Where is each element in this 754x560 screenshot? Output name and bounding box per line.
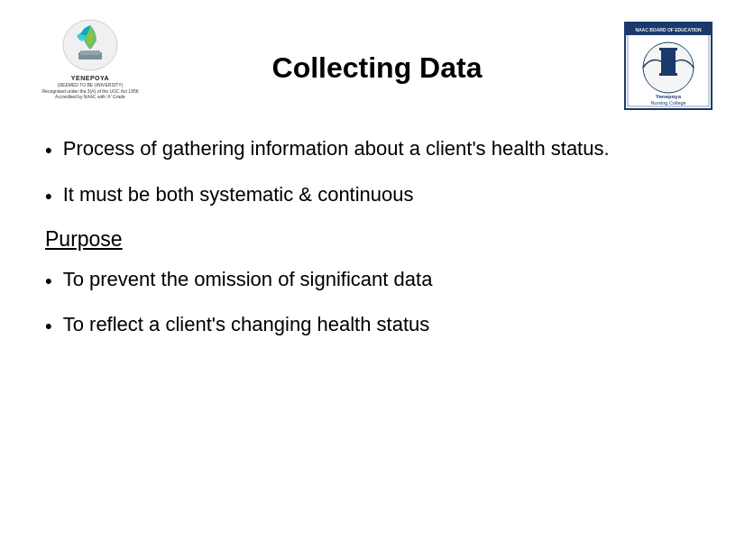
- logo-yenepoya: YENEPOYA (DEEMED TO BE UNIVERSITY) Recog…: [36, 18, 144, 113]
- purpose-bullet-dot-1: •: [45, 268, 52, 296]
- bullet-text-1: Process of gathering information about a…: [63, 135, 709, 163]
- purpose-bullet-item-1: • To prevent the omission of significant…: [45, 266, 709, 296]
- purpose-bullet-dot-2: •: [45, 313, 52, 341]
- slide: YENEPOYA (DEEMED TO BE UNIVERSITY) Recog…: [0, 0, 754, 560]
- svg-rect-8: [661, 50, 676, 75]
- yenepoya-logo-icon: [59, 18, 122, 72]
- bullet-text-2: It must be both systematic & continuous: [63, 181, 709, 209]
- purpose-bullet-text-2: To reflect a client's changing health st…: [63, 311, 709, 339]
- slide-header: YENEPOYA (DEEMED TO BE UNIVERSITY) Recog…: [36, 18, 718, 117]
- svg-text:NAAC BOARD OF EDUCATION: NAAC BOARD OF EDUCATION: [635, 27, 702, 32]
- purpose-heading: Purpose: [45, 227, 709, 252]
- bullet-item-1: • Process of gathering information about…: [45, 135, 709, 165]
- svg-rect-9: [659, 73, 677, 76]
- logo-nursing-college: NAAC BOARD OF EDUCATION Yenepoya Nursing…: [619, 18, 718, 113]
- slide-title: Collecting Data: [272, 51, 483, 85]
- purpose-bullet-item-2: • To reflect a client's changing health …: [45, 311, 709, 341]
- svg-rect-2: [80, 50, 100, 55]
- nursing-college-logo-icon: NAAC BOARD OF EDUCATION Yenepoya Nursing…: [623, 21, 713, 111]
- yenepoya-logo-text: YENEPOYA: [71, 75, 109, 82]
- svg-text:Yenepoya: Yenepoya: [656, 94, 682, 99]
- yenepoya-logo-line4: Accredited by NAAC with 'A' Grade: [55, 94, 125, 100]
- svg-text:Nursing College: Nursing College: [650, 100, 685, 106]
- purpose-bullet-text-1: To prevent the omission of significant d…: [63, 266, 709, 294]
- svg-rect-10: [659, 48, 677, 50]
- bullet-item-2: • It must be both systematic & continuou…: [45, 181, 709, 211]
- bullet-dot-2: •: [45, 183, 52, 211]
- slide-content: • Process of gathering information about…: [36, 135, 718, 341]
- bullet-dot-1: •: [45, 137, 52, 165]
